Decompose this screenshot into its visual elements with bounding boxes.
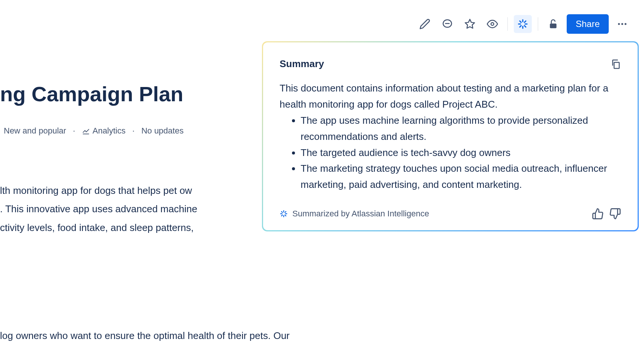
- body-line: lth monitoring app for dogs that helps p…: [0, 182, 263, 200]
- svg-line-9: [524, 26, 526, 27]
- svg-line-24: [285, 212, 286, 213]
- ai-button[interactable]: [514, 15, 532, 33]
- summary-title: Summary: [280, 58, 324, 70]
- toolbar-divider: [538, 17, 538, 31]
- svg-line-10: [520, 26, 521, 27]
- summary-intro: This document contains information about…: [280, 80, 621, 112]
- svg-line-23: [281, 215, 283, 216]
- svg-point-3: [491, 22, 494, 26]
- svg-rect-12: [550, 24, 557, 28]
- document-body-2: log owners who want to ensure the optima…: [0, 330, 338, 342]
- meta-new-popular[interactable]: New and popular: [4, 126, 66, 136]
- thumbs-down-icon[interactable]: [609, 208, 621, 220]
- page-meta: New and popular · Analytics · No updates: [4, 126, 184, 136]
- svg-line-11: [524, 21, 526, 22]
- more-icon: [617, 18, 628, 30]
- summary-list: The app uses machine learning algorithms…: [280, 112, 621, 193]
- body-line: ctivity levels, food intake, and sleep p…: [0, 219, 263, 237]
- attribution-label: Summarized by Atlassian Intelligence: [292, 209, 429, 219]
- thumbs-up-icon[interactable]: [592, 208, 604, 220]
- unlock-icon: [548, 18, 559, 30]
- meta-separator: ·: [132, 126, 135, 136]
- svg-point-13: [618, 23, 620, 25]
- summary-bullet: The app uses machine learning algorithms…: [301, 112, 621, 145]
- pencil-icon: [419, 18, 430, 30]
- share-button[interactable]: Share: [567, 14, 609, 34]
- copy-icon[interactable]: [610, 58, 621, 69]
- analytics-icon: [82, 127, 90, 135]
- toolbar-divider: [507, 17, 508, 31]
- summary-bullet: The marketing strategy touches upon soci…: [301, 160, 621, 193]
- body-line: . This innovative app uses advanced mach…: [0, 200, 263, 218]
- page-toolbar: Share: [416, 14, 631, 34]
- edit-button[interactable]: [416, 15, 434, 33]
- svg-rect-16: [614, 62, 619, 68]
- summary-bullet: The targeted audience is tech-savvy dog …: [301, 145, 621, 161]
- svg-point-14: [621, 23, 623, 25]
- comment-icon: [442, 18, 453, 30]
- feedback-buttons: [592, 208, 621, 220]
- comment-button[interactable]: [438, 15, 456, 33]
- page-title: ng Campaign Plan: [0, 82, 184, 106]
- document-body: lth monitoring app for dogs that helps p…: [0, 182, 263, 237]
- meta-updates[interactable]: No updates: [141, 126, 184, 136]
- summary-attribution: Summarized by Atlassian Intelligence: [280, 209, 429, 219]
- star-icon: [464, 18, 475, 30]
- restrictions-button[interactable]: [544, 15, 562, 33]
- svg-line-21: [281, 212, 283, 213]
- summary-panel: Summary This document contains informati…: [262, 41, 639, 231]
- summary-body: This document contains information about…: [280, 80, 621, 193]
- svg-marker-2: [465, 20, 474, 28]
- meta-analytics[interactable]: Analytics: [82, 126, 125, 136]
- ai-sparkle-icon: [517, 18, 528, 30]
- meta-analytics-label: Analytics: [92, 126, 125, 136]
- watch-button[interactable]: [483, 15, 501, 33]
- more-button[interactable]: [613, 15, 631, 33]
- svg-point-15: [624, 23, 626, 25]
- meta-separator: ·: [73, 126, 75, 136]
- ai-sparkle-icon: [280, 210, 288, 218]
- star-button[interactable]: [461, 15, 479, 33]
- svg-line-8: [520, 21, 521, 22]
- eye-icon: [487, 18, 498, 30]
- svg-line-22: [285, 215, 286, 216]
